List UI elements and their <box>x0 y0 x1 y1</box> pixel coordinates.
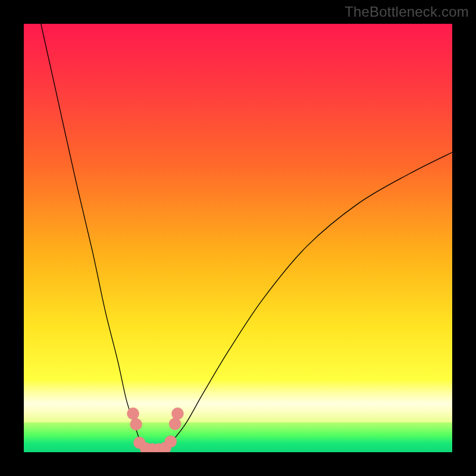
left-curve-path <box>41 24 156 450</box>
curve-marker <box>130 418 142 430</box>
curve-marker <box>171 408 183 419</box>
curve-marker <box>165 436 177 447</box>
watermark-text: TheBottleneck.com <box>345 4 469 20</box>
curve-layer <box>24 24 452 452</box>
chart-frame: TheBottleneck.com <box>0 0 476 476</box>
plot-area <box>24 24 452 452</box>
marker-group <box>127 408 184 452</box>
curve-marker <box>169 418 181 430</box>
right-curve-path <box>156 152 452 450</box>
curve-marker <box>127 408 139 419</box>
